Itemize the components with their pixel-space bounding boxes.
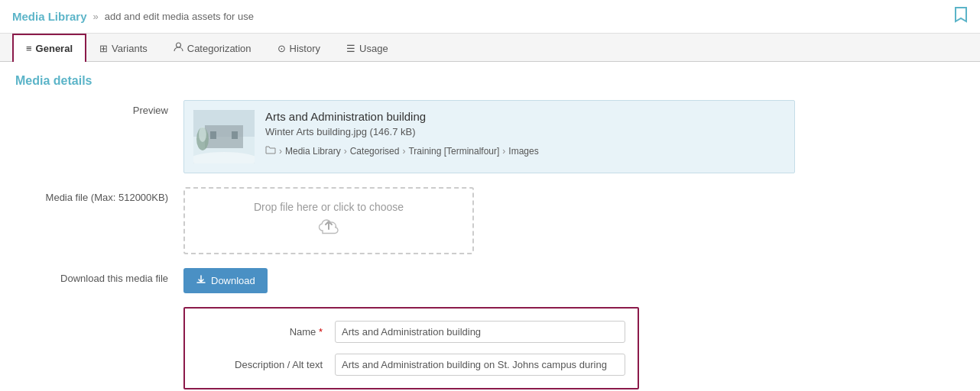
highlighted-section: Name * Description / Alt text xyxy=(183,307,639,389)
general-tab-icon: ≡ xyxy=(26,43,32,54)
download-button[interactable]: Download xyxy=(183,268,268,293)
name-input[interactable] xyxy=(335,321,625,343)
spacer-label xyxy=(15,307,183,312)
breadcrumb-item-1: Media Library xyxy=(285,146,341,157)
preview-breadcrumb: › Media Library › Categorised › Training… xyxy=(265,145,539,157)
name-required: * xyxy=(319,326,323,338)
usage-tab-label: Usage xyxy=(359,43,388,54)
preview-title: Arts and Administration building xyxy=(265,110,539,123)
svg-point-0 xyxy=(176,43,180,47)
file-drop-area[interactable]: Drop file here or click to choose xyxy=(183,187,474,254)
upload-icon xyxy=(318,218,339,241)
categorization-tab-icon xyxy=(174,42,183,54)
download-label: Download this media file xyxy=(15,268,183,284)
preview-image xyxy=(193,110,255,163)
preview-filename: Winter Arts building.jpg (146.7 kB) xyxy=(265,126,539,137)
name-desc-section-row: Name * Description / Alt text xyxy=(15,307,965,389)
breadcrumb-sep-1: › xyxy=(279,146,282,157)
description-input[interactable] xyxy=(335,354,625,376)
app-title[interactable]: Media Library xyxy=(12,10,87,23)
drop-text: Drop file here or click to choose xyxy=(254,201,404,213)
breadcrumb-item-3: Training [Terminalfour] xyxy=(408,146,499,157)
history-tab-label: History xyxy=(290,43,320,54)
main-content: Media details Preview xyxy=(0,62,980,391)
variants-tab-label: Variants xyxy=(112,43,148,54)
preview-row: Preview xyxy=(15,100,965,173)
preview-label: Preview xyxy=(15,100,183,116)
tab-categorization[interactable]: Categorization xyxy=(161,34,264,62)
description-label: Description / Alt text xyxy=(197,359,335,370)
top-bar-description: add and edit media assets for use xyxy=(105,11,254,22)
tab-general[interactable]: ≡ General xyxy=(12,34,86,62)
categorization-tab-label: Categorization xyxy=(187,43,251,54)
name-row: Name * xyxy=(197,321,625,343)
svg-rect-10 xyxy=(193,110,255,163)
download-icon xyxy=(196,274,206,287)
top-bar: Media Library » add and edit media asset… xyxy=(0,0,980,34)
download-button-label: Download xyxy=(211,275,255,286)
media-file-row: Media file (Max: 512000KB) Drop file her… xyxy=(15,187,965,254)
download-row: Download this media file Download xyxy=(15,268,965,293)
breadcrumb-sep-2: › xyxy=(344,146,347,157)
top-bar-left: Media Library » add and edit media asset… xyxy=(12,10,254,23)
tab-variants[interactable]: ⊞ Variants xyxy=(86,34,161,62)
breadcrumb-item-2: Categorised xyxy=(350,146,400,157)
tab-history[interactable]: ⊙ History xyxy=(264,34,333,62)
preview-info: Arts and Administration building Winter … xyxy=(265,110,539,157)
name-label: Name * xyxy=(197,326,335,338)
breadcrumb-sep-3: › xyxy=(402,146,405,157)
variants-tab-icon: ⊞ xyxy=(99,43,108,54)
media-file-label: Media file (Max: 512000KB) xyxy=(15,187,183,203)
breadcrumb-item-4: Images xyxy=(508,146,538,157)
folder-icon xyxy=(265,145,276,157)
breadcrumb-sep-4: › xyxy=(502,146,505,157)
bookmark-icon xyxy=(954,6,968,27)
tab-usage[interactable]: ☰ Usage xyxy=(333,34,401,62)
section-title: Media details xyxy=(15,74,965,88)
usage-tab-icon: ☰ xyxy=(346,43,355,54)
description-row: Description / Alt text xyxy=(197,354,625,376)
history-tab-icon: ⊙ xyxy=(277,43,286,54)
tabs-bar: ≡ General ⊞ Variants Categorization ⊙ Hi… xyxy=(0,34,980,62)
preview-box: Arts and Administration building Winter … xyxy=(183,100,795,173)
top-bar-separator: » xyxy=(93,11,99,22)
general-tab-label: General xyxy=(36,43,73,54)
